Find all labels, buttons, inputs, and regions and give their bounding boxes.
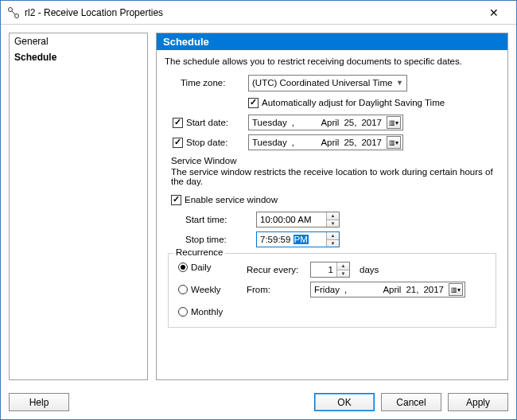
- recurrence-daily-radio[interactable]: [178, 262, 188, 272]
- spinner-icon[interactable]: ▲▼: [336, 262, 349, 277]
- svg-point-0: [9, 7, 13, 11]
- recurrence-daily-label: Daily: [191, 262, 212, 272]
- recurrence-weekly-label: Weekly: [191, 285, 221, 294]
- stop-date-field[interactable]: Tuesday , April 25, 2017 ▥▾: [248, 134, 403, 150]
- sidebar: General Schedule: [9, 33, 148, 380]
- enable-service-window-label: Enable service window: [185, 195, 278, 204]
- button-bar: Help OK Cancel Apply: [1, 388, 516, 419]
- svg-line-2: [12, 11, 15, 14]
- recurrence-group: Recurrence Daily Weekly: [168, 253, 496, 328]
- schedule-description: The schedule allows you to restrict rece…: [165, 56, 500, 66]
- recur-from-field[interactable]: Friday , April 21, 2017 ▥▾: [310, 282, 465, 298]
- app-icon: [7, 6, 20, 19]
- stop-date-checkbox[interactable]: [173, 138, 183, 148]
- chevron-down-icon: ▼: [396, 79, 403, 87]
- calendar-dropdown-icon[interactable]: ▥▾: [387, 136, 401, 149]
- timezone-value: (UTC) Coordinated Universal Time: [252, 78, 392, 88]
- recurrence-legend: Recurrence: [173, 247, 225, 257]
- sidebar-item-general[interactable]: General: [10, 33, 147, 49]
- calendar-dropdown-icon[interactable]: ▥▾: [387, 116, 401, 129]
- dialog-body: General Schedule Schedule The schedule a…: [1, 25, 516, 388]
- main-content: The schedule allows you to restrict rece…: [157, 50, 507, 379]
- recur-every-unit: days: [360, 265, 379, 274]
- start-time-field[interactable]: 10:00:00 AM ▲▼: [256, 212, 340, 228]
- spinner-icon[interactable]: ▲▼: [326, 232, 339, 247]
- stop-time-label: Stop time:: [185, 235, 227, 244]
- help-button[interactable]: Help: [9, 393, 69, 411]
- start-date-label: Start date:: [186, 118, 228, 127]
- sidebar-item-schedule[interactable]: Schedule: [10, 49, 147, 65]
- recur-every-label: Recur every:: [247, 265, 298, 274]
- svg-point-1: [15, 14, 19, 18]
- cancel-button[interactable]: Cancel: [381, 393, 441, 411]
- start-date-field[interactable]: Tuesday , April 25, 2017 ▥▾: [248, 115, 403, 130]
- close-button[interactable]: ✕: [478, 3, 510, 22]
- stop-date-label: Stop date:: [186, 138, 227, 147]
- start-date-checkbox[interactable]: [173, 118, 183, 128]
- calendar-dropdown-icon[interactable]: ▥▾: [449, 283, 463, 296]
- titlebar: rl2 - Receive Location Properties ✕: [1, 1, 516, 25]
- main-panel: Schedule The schedule allows you to rest…: [156, 33, 508, 380]
- service-window-description: The service window restricts the receive…: [171, 167, 500, 186]
- dst-checkbox[interactable]: [248, 98, 258, 108]
- service-window-legend: Service Window: [171, 156, 500, 165]
- ok-button[interactable]: OK: [314, 393, 375, 411]
- recurrence-monthly-radio[interactable]: [178, 307, 188, 317]
- timezone-combo[interactable]: (UTC) Coordinated Universal Time ▼: [248, 75, 407, 91]
- recurrence-monthly-label: Monthly: [191, 307, 223, 317]
- start-time-label: Start time:: [185, 215, 227, 224]
- timezone-label: Time zone:: [181, 78, 225, 88]
- stop-time-field[interactable]: 7:59:59 PM ▲▼: [256, 231, 340, 247]
- enable-service-window-checkbox[interactable]: [171, 195, 181, 205]
- section-header: Schedule: [157, 33, 507, 50]
- recurrence-weekly-radio[interactable]: [178, 285, 188, 294]
- dst-label: Automatically adjust for Daylight Saving…: [262, 98, 445, 107]
- window-title: rl2 - Receive Location Properties: [25, 7, 478, 18]
- dialog-window: rl2 - Receive Location Properties ✕ Gene…: [0, 0, 517, 420]
- recur-every-field[interactable]: 1 ▲▼: [310, 262, 350, 278]
- apply-button[interactable]: Apply: [448, 393, 508, 411]
- spinner-icon[interactable]: ▲▼: [326, 212, 339, 227]
- recur-from-label: From:: [247, 285, 270, 294]
